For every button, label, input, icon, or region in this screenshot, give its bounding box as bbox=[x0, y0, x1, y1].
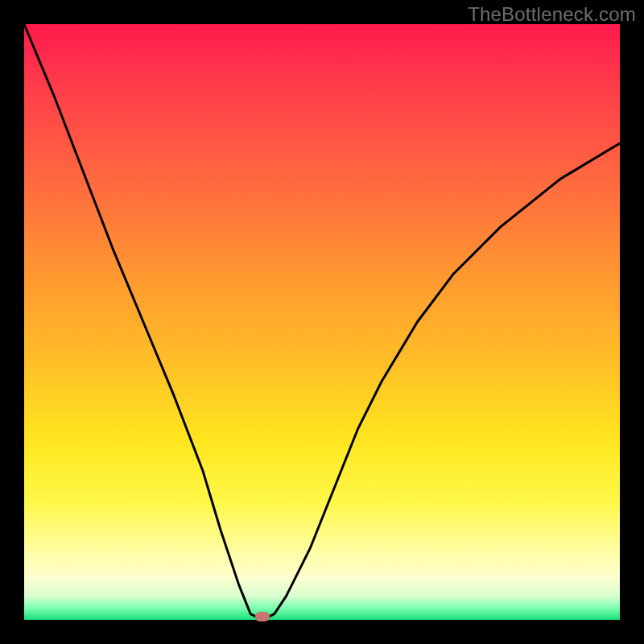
watermark-text: TheBottleneck.com bbox=[468, 3, 636, 26]
curve-path bbox=[24, 24, 620, 620]
chart-frame: TheBottleneck.com bbox=[0, 0, 644, 644]
bottleneck-curve bbox=[24, 24, 620, 620]
plot-area bbox=[24, 24, 620, 620]
optimal-marker bbox=[255, 612, 270, 621]
